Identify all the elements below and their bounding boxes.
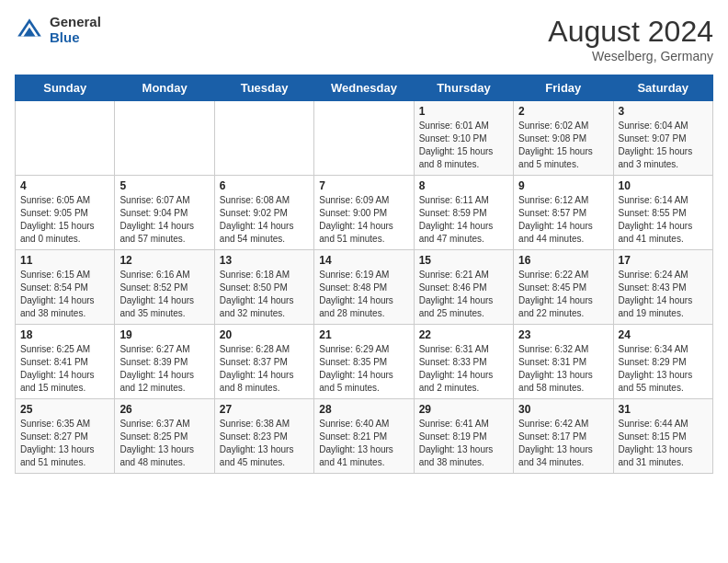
calendar-cell: 13Sunrise: 6:18 AMSunset: 8:50 PMDayligh… [214, 250, 313, 325]
day-number: 19 [119, 328, 209, 341]
day-info: Sunrise: 6:22 AMSunset: 8:45 PMDaylight:… [518, 269, 608, 320]
logo-blue-text: Blue [50, 30, 101, 46]
day-of-week-header: Tuesday [214, 75, 313, 101]
calendar-cell: 26Sunrise: 6:37 AMSunset: 8:25 PMDayligh… [115, 399, 214, 474]
day-number: 25 [20, 403, 109, 416]
calendar-cell: 31Sunrise: 6:44 AMSunset: 8:15 PMDayligh… [613, 399, 712, 474]
day-info: Sunrise: 6:27 AMSunset: 8:39 PMDaylight:… [119, 343, 209, 395]
calendar-cell: 19Sunrise: 6:27 AMSunset: 8:39 PMDayligh… [115, 325, 214, 399]
day-info: Sunrise: 6:07 AMSunset: 9:04 PMDaylight:… [119, 194, 209, 246]
day-info: Sunrise: 6:41 AMSunset: 8:19 PMDaylight:… [419, 418, 508, 469]
day-number: 28 [319, 403, 408, 416]
calendar-cell: 28Sunrise: 6:40 AMSunset: 8:21 PMDayligh… [314, 399, 414, 474]
calendar-cell: 6Sunrise: 6:08 AMSunset: 9:02 PMDaylight… [214, 176, 313, 250]
logo-general-text: General [50, 15, 101, 30]
calendar-cell: 15Sunrise: 6:21 AMSunset: 8:46 PMDayligh… [414, 250, 513, 325]
calendar-cell: 22Sunrise: 6:31 AMSunset: 8:33 PMDayligh… [414, 325, 513, 399]
day-number: 30 [518, 403, 608, 416]
logo: General Blue [15, 15, 101, 45]
day-info: Sunrise: 6:14 AMSunset: 8:55 PMDaylight:… [619, 194, 708, 246]
calendar-cell: 2Sunrise: 6:02 AMSunset: 9:08 PMDaylight… [514, 101, 613, 176]
calendar-cell: 11Sunrise: 6:15 AMSunset: 8:54 PMDayligh… [16, 250, 115, 325]
calendar-week-row: 25Sunrise: 6:35 AMSunset: 8:27 PMDayligh… [16, 399, 713, 474]
day-info: Sunrise: 6:24 AMSunset: 8:43 PMDaylight:… [619, 269, 708, 320]
day-info: Sunrise: 6:02 AMSunset: 9:08 PMDaylight:… [518, 120, 608, 171]
day-info: Sunrise: 6:37 AMSunset: 8:25 PMDaylight:… [119, 418, 209, 469]
calendar-week-row: 4Sunrise: 6:05 AMSunset: 9:05 PMDaylight… [16, 176, 713, 250]
day-number: 12 [119, 254, 209, 267]
day-info: Sunrise: 6:29 AMSunset: 8:35 PMDaylight:… [319, 343, 408, 395]
day-of-week-header: Friday [514, 75, 613, 101]
day-number: 13 [220, 254, 309, 267]
day-info: Sunrise: 6:42 AMSunset: 8:17 PMDaylight:… [518, 418, 608, 469]
day-number: 10 [619, 179, 708, 192]
day-number: 26 [119, 403, 209, 416]
day-info: Sunrise: 6:15 AMSunset: 8:54 PMDaylight:… [20, 269, 109, 320]
calendar-header: SundayMondayTuesdayWednesdayThursdayFrid… [16, 75, 713, 101]
logo-icon [15, 16, 44, 45]
day-of-week-header: Wednesday [314, 75, 414, 101]
calendar-week-row: 18Sunrise: 6:25 AMSunset: 8:41 PMDayligh… [16, 325, 713, 399]
day-number: 14 [319, 254, 408, 267]
calendar-table: SundayMondayTuesdayWednesdayThursdayFrid… [15, 75, 713, 474]
day-number: 2 [518, 105, 608, 118]
day-info: Sunrise: 6:19 AMSunset: 8:48 PMDaylight:… [319, 269, 408, 320]
day-info: Sunrise: 6:12 AMSunset: 8:57 PMDaylight:… [518, 194, 608, 246]
calendar-cell: 27Sunrise: 6:38 AMSunset: 8:23 PMDayligh… [214, 399, 313, 474]
calendar-cell: 4Sunrise: 6:05 AMSunset: 9:05 PMDaylight… [16, 176, 115, 250]
day-number: 6 [220, 179, 309, 192]
day-number: 5 [119, 179, 209, 192]
month-year-title: August 2024 [548, 15, 713, 49]
day-of-week-header: Saturday [613, 75, 712, 101]
calendar-cell: 9Sunrise: 6:12 AMSunset: 8:57 PMDaylight… [514, 176, 613, 250]
day-number: 23 [518, 328, 608, 341]
calendar-cell [314, 101, 414, 176]
day-number: 24 [619, 328, 708, 341]
calendar-cell: 12Sunrise: 6:16 AMSunset: 8:52 PMDayligh… [115, 250, 214, 325]
day-number: 1 [419, 105, 508, 118]
day-info: Sunrise: 6:35 AMSunset: 8:27 PMDaylight:… [20, 418, 109, 469]
day-info: Sunrise: 6:08 AMSunset: 9:02 PMDaylight:… [220, 194, 309, 246]
calendar-cell: 29Sunrise: 6:41 AMSunset: 8:19 PMDayligh… [414, 399, 513, 474]
calendar-cell: 5Sunrise: 6:07 AMSunset: 9:04 PMDaylight… [115, 176, 214, 250]
day-info: Sunrise: 6:44 AMSunset: 8:15 PMDaylight:… [619, 418, 708, 469]
day-info: Sunrise: 6:40 AMSunset: 8:21 PMDaylight:… [319, 418, 408, 469]
calendar-week-row: 1Sunrise: 6:01 AMSunset: 9:10 PMDaylight… [16, 101, 713, 176]
day-of-week-header: Sunday [16, 75, 115, 101]
day-info: Sunrise: 6:18 AMSunset: 8:50 PMDaylight:… [220, 269, 309, 320]
day-info: Sunrise: 6:05 AMSunset: 9:05 PMDaylight:… [20, 194, 109, 246]
calendar-cell: 10Sunrise: 6:14 AMSunset: 8:55 PMDayligh… [613, 176, 712, 250]
calendar-cell: 14Sunrise: 6:19 AMSunset: 8:48 PMDayligh… [314, 250, 414, 325]
calendar-cell [115, 101, 214, 176]
day-number: 21 [319, 328, 408, 341]
calendar-cell: 23Sunrise: 6:32 AMSunset: 8:31 PMDayligh… [514, 325, 613, 399]
location-subtitle: Weselberg, Germany [548, 49, 713, 63]
days-of-week-row: SundayMondayTuesdayWednesdayThursdayFrid… [16, 75, 713, 101]
calendar-cell: 1Sunrise: 6:01 AMSunset: 9:10 PMDaylight… [414, 101, 513, 176]
calendar-cell [214, 101, 313, 176]
calendar-cell: 24Sunrise: 6:34 AMSunset: 8:29 PMDayligh… [613, 325, 712, 399]
day-info: Sunrise: 6:32 AMSunset: 8:31 PMDaylight:… [518, 343, 608, 395]
calendar-week-row: 11Sunrise: 6:15 AMSunset: 8:54 PMDayligh… [16, 250, 713, 325]
calendar-cell: 16Sunrise: 6:22 AMSunset: 8:45 PMDayligh… [514, 250, 613, 325]
day-info: Sunrise: 6:28 AMSunset: 8:37 PMDaylight:… [220, 343, 309, 395]
calendar-cell: 20Sunrise: 6:28 AMSunset: 8:37 PMDayligh… [214, 325, 313, 399]
day-info: Sunrise: 6:01 AMSunset: 9:10 PMDaylight:… [419, 120, 508, 171]
day-info: Sunrise: 6:21 AMSunset: 8:46 PMDaylight:… [419, 269, 508, 320]
day-info: Sunrise: 6:11 AMSunset: 8:59 PMDaylight:… [419, 194, 508, 246]
day-number: 15 [419, 254, 508, 267]
day-info: Sunrise: 6:25 AMSunset: 8:41 PMDaylight:… [20, 343, 109, 395]
calendar-cell: 7Sunrise: 6:09 AMSunset: 9:00 PMDaylight… [314, 176, 414, 250]
calendar-cell: 3Sunrise: 6:04 AMSunset: 9:07 PMDaylight… [613, 101, 712, 176]
title-block: August 2024 Weselberg, Germany [548, 15, 713, 63]
day-info: Sunrise: 6:38 AMSunset: 8:23 PMDaylight:… [220, 418, 309, 469]
day-number: 9 [518, 179, 608, 192]
day-number: 31 [619, 403, 708, 416]
calendar-cell: 8Sunrise: 6:11 AMSunset: 8:59 PMDaylight… [414, 176, 513, 250]
day-info: Sunrise: 6:34 AMSunset: 8:29 PMDaylight:… [619, 343, 708, 395]
day-number: 18 [20, 328, 109, 341]
day-of-week-header: Monday [115, 75, 214, 101]
calendar-cell: 30Sunrise: 6:42 AMSunset: 8:17 PMDayligh… [514, 399, 613, 474]
day-number: 20 [220, 328, 309, 341]
day-number: 11 [20, 254, 109, 267]
